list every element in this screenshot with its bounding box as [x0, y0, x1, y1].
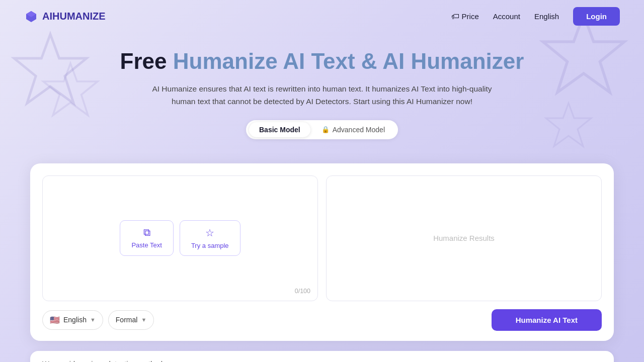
flag-icon: 🇺🇸 [50, 315, 60, 325]
price-link[interactable]: 🏷 Price [451, 12, 479, 21]
hero-title-gradient: Humanize AI Text & AI Humanizer [173, 49, 524, 73]
chevron-down-icon-tone: ▼ [141, 317, 146, 323]
language-dropdown[interactable]: 🇺🇸 English ▼ [42, 310, 103, 330]
hero-subtitle: AI Humanize ensures that AI text is rewr… [141, 82, 503, 108]
nav-right: 🏷 Price Account English Login [451, 7, 620, 26]
star-icon: ☆ [205, 227, 214, 239]
logo-icon [24, 10, 38, 24]
language-nav[interactable]: English [534, 12, 559, 21]
advanced-model-button[interactable]: 🔒 Advanced Model [311, 122, 395, 137]
basic-model-button[interactable]: Basic Model [249, 122, 310, 137]
results-placeholder: Humanize Results [433, 234, 495, 242]
chevron-down-icon: ▼ [90, 317, 96, 323]
humanize-button[interactable]: Humanize AI Text [492, 309, 602, 331]
model-toggle: Basic Model 🔒 Advanced Model [246, 120, 398, 139]
hero-section: Free Humanize AI Text & AI Humanizer AI … [0, 33, 644, 163]
main-editor-card: ⧉ Paste Text ☆ Try a sample 0/100 Humani… [30, 163, 614, 341]
input-panel: ⧉ Paste Text ☆ Try a sample 0/100 [42, 175, 318, 301]
output-panel: Humanize Results [326, 175, 602, 301]
detection-section-title: We provide various detection methods: [42, 360, 602, 362]
login-button[interactable]: Login [573, 7, 620, 26]
tone-dropdown[interactable]: Formal ▼ [108, 310, 154, 330]
account-link[interactable]: Account [493, 12, 520, 21]
price-icon: 🏷 [451, 12, 459, 21]
char-count: 0/100 [295, 288, 310, 295]
lock-icon: 🔒 [321, 126, 330, 133]
input-buttons: ⧉ Paste Text ☆ Try a sample [120, 220, 240, 256]
detection-card: We provide various detection methods: G … [30, 351, 614, 362]
toolbar-left: 🇺🇸 English ▼ Formal ▼ [42, 310, 154, 330]
logo[interactable]: AIHUMANIZE [24, 10, 106, 24]
editor-row: ⧉ Paste Text ☆ Try a sample 0/100 Humani… [42, 175, 602, 301]
navbar: AIHUMANIZE 🏷 Price Account English Login [0, 0, 644, 33]
hero-title: Free Humanize AI Text & AI Humanizer [20, 49, 624, 74]
try-sample-button[interactable]: ☆ Try a sample [180, 220, 240, 256]
paste-icon: ⧉ [143, 227, 150, 238]
hero-title-plain: Free [120, 49, 173, 73]
logo-text: AIHUMANIZE [42, 11, 106, 22]
editor-toolbar: 🇺🇸 English ▼ Formal ▼ Humanize AI Text [42, 309, 602, 331]
paste-text-button[interactable]: ⧉ Paste Text [120, 220, 173, 256]
